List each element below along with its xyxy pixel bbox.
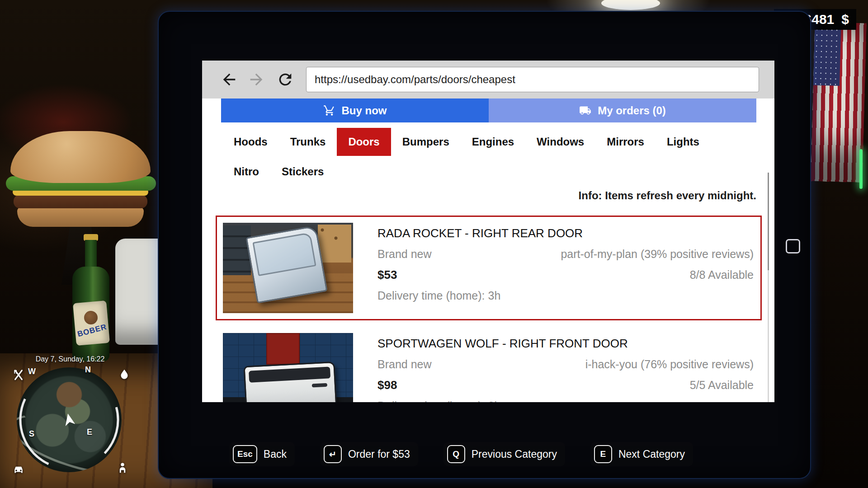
tab-lights[interactable]: Lights: [656, 128, 711, 156]
tab-nitro[interactable]: Nitro: [222, 158, 270, 186]
item-condition: Brand new: [377, 357, 432, 371]
car-icon: [12, 463, 25, 476]
enter-key-icon: ↵: [324, 445, 342, 463]
back-hotkey-button[interactable]: Esc Back: [229, 442, 295, 466]
item-title: RADA ROCKET - RIGHT REAR DOOR: [377, 226, 754, 240]
tab-engines[interactable]: Engines: [461, 128, 525, 156]
tab-hoods[interactable]: Hoods: [222, 128, 279, 156]
beaver-logo: [84, 310, 99, 325]
previous-category-hotkey-button[interactable]: Q Previous Category: [443, 442, 565, 466]
url-text: https://usedbay.com/parts/doors/cheapest: [315, 73, 515, 86]
compass-south: S: [29, 429, 34, 439]
item-seller: i-hack-you (76% positive reviews): [585, 357, 754, 371]
water-drop-icon: [118, 368, 131, 381]
item-listing-sportwagen-wolf[interactable]: SPORTWAGEN WOLF - RIGHT FRONT DOOR Brand…: [216, 326, 762, 402]
tab-windows[interactable]: Windows: [525, 128, 595, 156]
my-orders-button[interactable]: My orders (0): [489, 99, 756, 122]
bottle-label: BOBER: [73, 300, 110, 346]
refresh-icon[interactable]: [275, 70, 295, 89]
item-availability: 5/5 Available: [690, 378, 754, 392]
item-delivery: Delivery time (home): 3h: [377, 399, 500, 402]
dollar-icon: $: [841, 12, 849, 27]
tab-mirrors[interactable]: Mirrors: [595, 128, 656, 156]
minimap-hud: Day 7, Sunday, 16:22 N E S W: [9, 352, 139, 487]
hotkey-bar: Esc Back ↵ Order for $53 Q Previous Cate…: [229, 442, 693, 466]
url-bar[interactable]: https://usedbay.com/parts/doors/cheapest: [306, 67, 759, 92]
buy-now-label: Buy now: [342, 104, 387, 117]
shop-nav: Buy now My orders (0): [221, 99, 756, 122]
forward-icon[interactable]: [246, 70, 266, 89]
person-icon: [116, 461, 129, 474]
truck-icon: [579, 104, 591, 117]
refresh-info-text: Info: Items refresh every midnight.: [202, 189, 756, 203]
bottle-label-text: BOBER: [76, 323, 108, 339]
minimap: [17, 367, 122, 472]
browser-toolbar: https://usedbay.com/parts/doors/cheapest: [202, 61, 774, 99]
buy-now-button[interactable]: Buy now: [221, 99, 489, 122]
green-neon-light: [859, 149, 863, 189]
utensils-icon: [12, 369, 25, 382]
item-price: $98: [377, 378, 397, 392]
tab-trunks[interactable]: Trunks: [279, 128, 337, 156]
item-title: SPORTWAGEN WOLF - RIGHT FRONT DOOR: [377, 337, 754, 350]
scrollbar-thumb[interactable]: [768, 173, 769, 270]
category-tabs: Hoods Trunks Doors Bumpers Engines Windo…: [222, 122, 756, 186]
item-seller: part-of-my-plan (39% positive reviews): [561, 247, 754, 261]
back-icon[interactable]: [219, 70, 239, 89]
tab-stickers[interactable]: Stickers: [270, 158, 335, 186]
browser-window: https://usedbay.com/parts/doors/cheapest…: [202, 61, 774, 402]
compass-west: W: [28, 367, 36, 376]
item-condition: Brand new: [377, 247, 432, 261]
tablet-device: https://usedbay.com/parts/doors/cheapest…: [158, 11, 811, 479]
e-key-icon: E: [594, 445, 612, 463]
order-hotkey-button[interactable]: ↵ Order for $53: [320, 442, 418, 466]
car-door-image: [243, 361, 337, 402]
item-thumbnail: [223, 223, 353, 313]
esc-key-icon: Esc: [233, 445, 257, 463]
my-orders-label: My orders (0): [598, 104, 666, 117]
game-datetime: Day 7, Sunday, 16:22: [9, 355, 131, 363]
q-key-icon: Q: [447, 445, 465, 463]
compass-east: E: [87, 427, 92, 437]
game-screen: BOBER 6481 $ https://usedbay.com/part: [0, 0, 868, 488]
scrollbar[interactable]: [768, 173, 769, 402]
american-flag: [811, 22, 866, 183]
beer-bottle: BOBER: [67, 234, 115, 361]
item-availability: 8/8 Available: [690, 268, 754, 282]
flag-canton: [813, 22, 841, 86]
item-price: $53: [377, 268, 397, 282]
item-listing-rada-rocket[interactable]: RADA ROCKET - RIGHT REAR DOOR Brand new …: [216, 216, 762, 320]
cart-icon: [323, 104, 335, 117]
car-door-image: [245, 225, 327, 303]
tab-doors[interactable]: Doors: [337, 128, 391, 156]
tablet-home-button[interactable]: [786, 239, 800, 253]
compass-north: N: [85, 365, 91, 375]
tab-bumpers[interactable]: Bumpers: [391, 128, 461, 156]
next-category-hotkey-button[interactable]: E Next Category: [590, 442, 693, 466]
item-thumbnail: [223, 333, 353, 402]
item-delivery: Delivery time (home): 3h: [377, 289, 500, 302]
